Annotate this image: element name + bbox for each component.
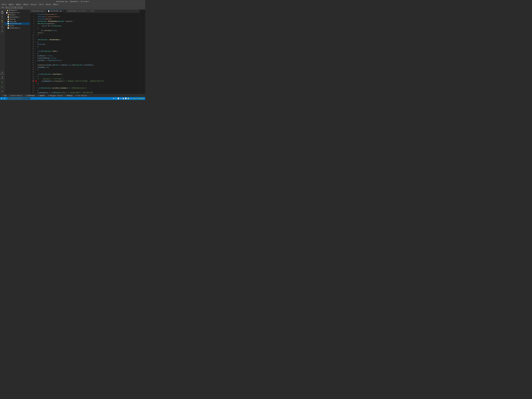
status-icon-5[interactable]: 📋 [122,98,124,99]
status-icon-6[interactable]: 📊 [125,98,127,99]
menu-analyze[interactable]: Analyze [30,4,37,6]
sidebar-icon-debug2[interactable]: 🖥 Debug [0,76,4,79]
status-search-icon: 🔍 [4,98,6,99]
toolbar-back-btn[interactable]: ← [8,6,11,9]
tree-sources-icon: 📁 [8,19,9,20]
menu-debug[interactable]: 调试(D) [22,3,30,6]
code-line-28: { [38,76,139,78]
code-line-16 [38,48,139,50]
ln-28: 28 [30,76,35,78]
sidebar-icon-help[interactable]: ? 帮助 [0,24,4,28]
tree-ui-label: mainwindow.ui [10,27,20,29]
tree-root-arrow: ▼ [5,10,6,11]
sidebar-icon-setup[interactable]: ⚙ Setup [0,29,4,32]
ln-14: 14 [30,43,35,45]
right-panel [139,9,145,94]
tree-item-pro[interactable]: 📄 QSemaphore.pro [5,12,30,14]
tree-mainwindow-cpp[interactable]: 📄 mainwindow.cpp [5,23,30,25]
breakpoint-indicator [36,80,37,82]
tree-forms-arrow: ▼ [6,25,7,26]
bottom-tab-problems[interactable]: 1 问题 [1,95,8,97]
status-icon-7[interactable]: 📁 [127,98,129,99]
status-icon-8[interactable]: 🔧 [130,98,132,99]
menu-help[interactable]: 帮助(H) [52,3,59,6]
sidebar-icon-debug[interactable]: 🐛 调试 [0,19,4,23]
tree-main-cpp[interactable]: 📄 main.cpp [5,20,30,23]
toolbar-split-btn[interactable]: ⊞ [14,6,17,9]
tree-root[interactable]: ▼ 📁 QSemaphore [5,9,30,12]
sidebar-icon-label-debug: 调试 [1,22,3,23]
bottom-tab-app-output[interactable]: 3 应用程序输出 [24,95,36,97]
ln-4: 4 [30,20,35,23]
title-bar-text: mainwindow.cpp - QSemaphore - Qt Creator [1,1,144,2]
ln-34: 34 [30,89,35,92]
status-search-input[interactable] [7,97,31,100]
tree-mainwindow-ui[interactable]: 📄 mainwindow.ui [5,27,30,29]
toolbar-forward-btn[interactable]: → [11,6,14,9]
toolbar-filter-btn[interactable]: ▼ [5,6,8,9]
toolbar-close-btn[interactable]: ✕ [17,6,20,9]
code-line-35: m_pSemaphore = new QSemaphore(1);//1.1初始… [38,92,139,94]
ln-18: 18 [30,52,35,55]
sidebar-extra-btn[interactable]: ⊞ [0,89,4,93]
ln-16: 16 [30,48,35,50]
tab-other[interactable]: mainwindow.cpp ✕ [30,9,46,13]
ln-36: 36 [30,94,35,94]
bottom-tab-search[interactable]: 2 Search Results [8,95,24,97]
sidebar-stop-btn[interactable]: ▶ [0,85,4,89]
status-icon-3[interactable]: 📝 [118,98,120,99]
code-line-25: } [38,69,139,71]
file-tree[interactable]: ▼ 📁 QSemaphore 📄 QSemaphore.pro ▼ 📁 Head… [5,9,30,94]
menu-controls[interactable]: 控件(W) [45,3,52,6]
tree-h-label: mainwindow.h [10,16,19,18]
status-icon-1[interactable]: 🖥 [113,98,114,99]
tree-pro-label: QSemaphore.pro [8,12,20,13]
tree-sources-folder[interactable]: ▼ 📁 Sources [5,18,30,20]
tab-active-close[interactable]: ✕ [63,10,64,12]
sidebar-icon-app[interactable]: ⊞ 应用 [0,10,4,14]
code-line-31: } [38,82,139,85]
tree-headers-label: Headers [10,14,16,16]
tree-mainwindow-h[interactable]: 📄 mainwindow.h [5,16,30,18]
tree-cpp-label: mainwindow.cpp [10,23,21,25]
menu-edit[interactable]: 编辑(E) [8,3,15,6]
status-icon-2[interactable]: 🌐 [115,98,117,99]
tree-sources-label: Sources [10,19,16,20]
sidebar-icon-qsemaphore[interactable]: 🖥 QSemaphore [0,71,4,75]
tab-other-close[interactable]: ✕ [44,10,45,12]
tree-main-label: main.cpp [10,21,16,22]
breadcrumb-text: MainWindow::slotTimer() -> void [68,10,94,12]
ln-25: 25 [30,69,35,71]
setup-icon: ⚙ [2,29,3,31]
tree-pro-icon: 📄 [6,12,8,13]
menu-file[interactable]: 文件(F) [0,3,8,6]
tree-ui-icon: 📄 [7,27,9,29]
sidebar-debug-label: Debug [1,78,4,79]
ln-29: 29 [30,78,35,80]
line-numbers: 1 2 3 4 5 6 7 8 9 10 11 12 13 14 15 16 1… [30,13,36,94]
code-line-1: #include "mainwindow.h" [38,13,139,16]
menu-build[interactable]: 构建(B) [15,3,22,6]
code-line-24: indexNum = 0; [38,66,139,69]
bottom-tab-debugger[interactable]: 5 Debugger Console [47,95,64,97]
tree-forms-folder[interactable]: ▼ 📁 Forms [5,25,30,27]
sidebar-qsemaphore-label: QSemaphore [0,74,5,75]
bottom-tab-test[interactable]: 8 Test Results [74,95,88,97]
tree-headers-icon: 📁 [8,14,9,16]
tab-active[interactable]: 📄 mainwindow.cpp ✕ [46,9,65,13]
bottom-tab-compile[interactable]: 4 编译输出 [37,95,46,97]
sidebar-run-btn[interactable]: ▶ [0,80,4,84]
bottom-tab-summary[interactable]: 6 概要信息 [64,95,74,97]
code-line-2: #include "ui_mainwindow.h" [38,16,139,18]
sidebar-icon-run[interactable]: ▶ 运行 [0,15,4,19]
sidebar-icon-label-setup: Setup [1,31,4,32]
code-line-36: ▾ m_pThread = new std::thread([this]() [38,94,139,94]
tree-headers-folder[interactable]: ▼ 📁 Headers [5,14,30,16]
ln-3: 3 [30,18,35,20]
toolbar-expand-btn[interactable]: ❯ [20,6,23,9]
code-area[interactable]: #include "mainwindow.h" #include "ui_mai… [36,13,139,94]
bottom-panel-arrow[interactable]: ⌄ [89,95,90,96]
menu-tools[interactable]: 工具(T) [38,3,45,6]
status-icon-4[interactable]: 🗂 [120,98,122,99]
ln-10: 10 [30,34,35,36]
